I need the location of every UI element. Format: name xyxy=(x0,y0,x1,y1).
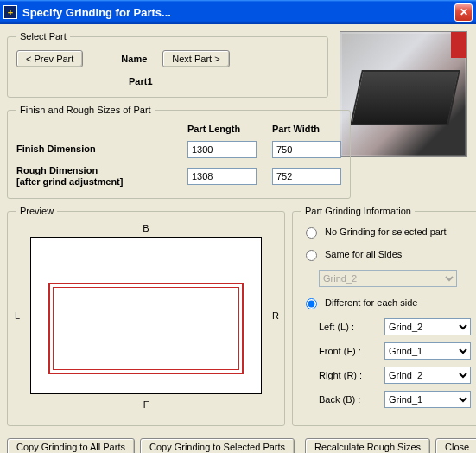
preview-inner-rect xyxy=(48,283,244,374)
finish-length-input[interactable] xyxy=(187,141,257,158)
edge-label-f: F xyxy=(143,399,149,410)
row-finish-label: Finish Dimension xyxy=(16,144,172,155)
titlebar: + Specify Grinding for Parts... ✕ xyxy=(0,0,476,24)
front-side-label: Front (F) : xyxy=(319,346,379,356)
radio-no-grinding-label: No Grinding for selected part xyxy=(325,226,447,237)
rough-width-input[interactable] xyxy=(272,168,341,185)
radio-same-all-label: Same for all Sides xyxy=(325,249,402,259)
close-button[interactable]: Close xyxy=(435,438,476,453)
back-side-label: Back (B) : xyxy=(319,394,379,405)
back-grind-select[interactable]: Grind_1 xyxy=(384,391,471,408)
part-name-value: Part1 xyxy=(129,76,319,86)
copy-selected-button[interactable]: Copy Grinding to Selected Parts xyxy=(140,438,295,453)
right-grind-select[interactable]: Grind_2 xyxy=(384,367,471,384)
copy-all-button[interactable]: Copy Grinding to All Parts xyxy=(7,438,135,453)
edge-label-l: L xyxy=(15,310,20,321)
recalculate-button[interactable]: Recalculate Rough Sizes xyxy=(305,438,430,453)
select-part-group: Select Part < Prev Part Name Next Part >… xyxy=(7,31,328,98)
next-part-button[interactable]: Next Part > xyxy=(162,50,229,67)
part-name-label: Name xyxy=(121,54,147,64)
left-grind-select[interactable]: Grind_2 xyxy=(384,318,471,335)
left-side-label: Left (L) : xyxy=(319,322,379,332)
grinding-info-legend: Part Grinding Information xyxy=(301,206,415,216)
preview-outer-rect xyxy=(30,237,262,394)
col-part-length: Part Length xyxy=(187,124,257,134)
window-title: Specify Grinding for Parts... xyxy=(22,6,454,19)
rough-length-input[interactable] xyxy=(187,168,257,185)
select-part-legend: Select Part xyxy=(16,31,70,41)
preview-canvas: B F L R xyxy=(18,225,274,406)
app-icon: + xyxy=(3,5,17,19)
right-side-label: Right (R) : xyxy=(319,370,379,380)
radio-diff-each[interactable] xyxy=(306,298,317,309)
prev-part-button[interactable]: < Prev Part xyxy=(16,50,83,67)
same-grind-select[interactable]: Grind_2 xyxy=(319,270,457,287)
finish-width-input[interactable] xyxy=(272,141,341,158)
grinding-info-group: Part Grinding Information No Grinding fo… xyxy=(292,206,476,426)
part-image-preview xyxy=(340,31,467,157)
edge-label-b: B xyxy=(143,223,149,233)
sizes-group: Finish and Rough Sizes of Part Part Leng… xyxy=(7,105,351,199)
row-rough-label: Rough Dimension [after grind adjustment] xyxy=(16,165,172,188)
radio-no-grinding[interactable] xyxy=(306,227,317,239)
radio-diff-each-label: Different for each side xyxy=(325,297,417,308)
col-part-width: Part Width xyxy=(272,124,341,134)
edge-label-r: R xyxy=(272,310,279,321)
front-grind-select[interactable]: Grind_1 xyxy=(384,342,471,360)
close-icon[interactable]: ✕ xyxy=(454,3,473,22)
radio-same-all[interactable] xyxy=(306,250,317,261)
sizes-legend: Finish and Rough Sizes of Part xyxy=(16,105,155,115)
preview-legend: Preview xyxy=(16,206,57,216)
preview-group: Preview B F L R xyxy=(7,206,285,426)
